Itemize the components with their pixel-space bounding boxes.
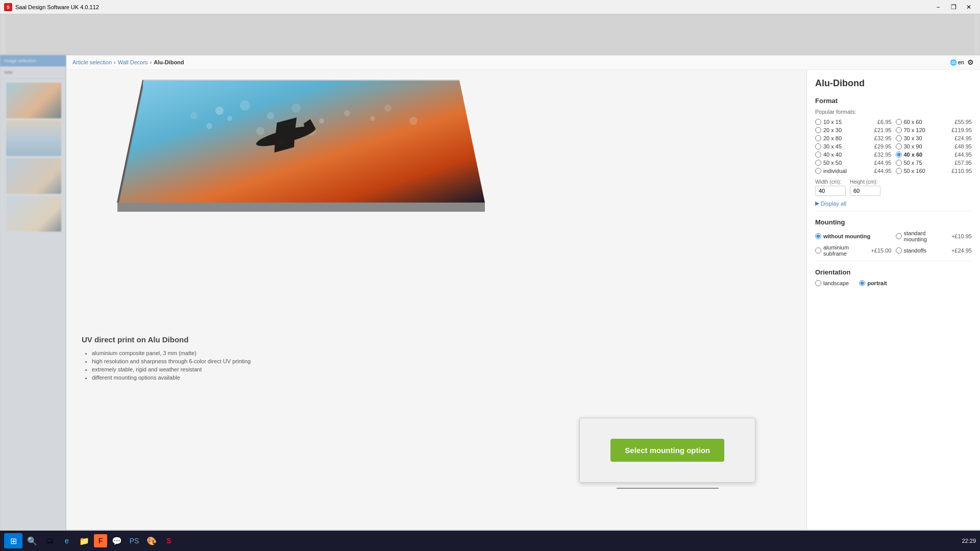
mounting-radio-standoffs[interactable] [896, 247, 902, 254]
format-section: Format Popular formats: 10 x 15 £6.95 [815, 97, 972, 207]
minimize-button[interactable]: − [931, 2, 945, 12]
globe-icon: 🌐 [950, 59, 957, 66]
divider-1 [815, 211, 972, 211]
sidebar-thumb-1[interactable] [6, 83, 61, 118]
format-label-individual: individual [823, 168, 872, 174]
restore-button[interactable]: ❐ [946, 2, 961, 12]
format-price-50x50: £44.95 [874, 160, 892, 166]
orientation-section-title: Orientation [815, 268, 972, 276]
taskbar-task-view-icon[interactable]: 🗂 [42, 533, 57, 548]
right-panel: Alu-Dibond Format Popular formats: 10 x … [806, 70, 980, 530]
mounting-without: without mounting [815, 230, 892, 242]
feature-item-3: extremely stable, rigid and weather resi… [92, 366, 791, 372]
feature-item-1: aluminium composite panel, 3 mm (matte) [92, 350, 791, 356]
format-radio-10x15[interactable] [815, 119, 821, 125]
format-row-30x90: 30 x 90 £48.95 [896, 142, 972, 151]
mounting-popup-container: Select mounting option [579, 418, 755, 489]
format-radio-50x50[interactable] [815, 160, 821, 166]
svg-point-14 [370, 116, 375, 121]
taskbar-app-icon-3[interactable]: PS [127, 533, 142, 548]
format-price-40x60: £44.95 [954, 152, 972, 158]
sidebar-label: Image selection [4, 58, 36, 63]
format-radio-30x45[interactable] [815, 143, 821, 149]
format-radio-individual[interactable] [815, 168, 821, 174]
format-price-30x90: £48.95 [954, 143, 972, 149]
format-label-10x15: 10 x 15 [823, 119, 875, 125]
orientation-options: landscape portrait [815, 280, 972, 286]
svg-marker-22 [117, 203, 485, 212]
breadcrumb-sep-2: › [150, 59, 152, 65]
format-price-50x160: £110.95 [951, 168, 972, 174]
feature-item-2: high resolution and sharpness through 6-… [92, 358, 791, 364]
mounting-standard: standard mounting +£10.95 [896, 230, 972, 242]
orientation-radio-portrait[interactable] [859, 280, 865, 286]
height-label: Height (cm): [850, 179, 880, 185]
display-all-link[interactable]: ▶ Display all [815, 200, 972, 207]
taskbar-app-icon-2[interactable]: 💬 [109, 533, 125, 548]
taskbar-explorer-icon[interactable]: 📁 [77, 533, 92, 548]
mounting-label-aluminium: aluminium subframe [823, 244, 869, 257]
settings-icon[interactable]: ⚙ [967, 58, 974, 66]
format-label-50x50: 50 x 50 [823, 160, 872, 166]
feature-item-4: different mounting options available [92, 374, 791, 381]
format-label-20x80: 20 x 80 [823, 135, 872, 141]
close-button[interactable]: ✕ [962, 2, 976, 12]
taskbar-app-icon-1[interactable]: F [94, 534, 107, 547]
taskbar-search-icon[interactable]: 🔍 [24, 533, 40, 548]
format-radio-60x60[interactable] [896, 119, 902, 125]
svg-point-16 [409, 117, 418, 125]
sidebar-thumb-4[interactable] [6, 196, 61, 232]
format-row-30x30: 30 x 30 £24.95 [896, 134, 972, 142]
format-radio-40x60[interactable] [896, 152, 902, 158]
taskbar-app-icon-4[interactable]: 🎨 [144, 533, 159, 548]
format-price-70x120: £119.95 [951, 127, 972, 133]
product-area: UV direct print on Alu Dibond aluminium … [66, 70, 980, 530]
sidebar-thumb-3[interactable] [6, 158, 61, 194]
mounting-radio-aluminium[interactable] [815, 247, 821, 254]
format-radio-50x160[interactable] [896, 168, 902, 174]
format-radio-40x40[interactable] [815, 152, 821, 158]
sidebar-item-wiki[interactable]: Wiki [0, 67, 66, 79]
svg-point-6 [267, 112, 274, 119]
orientation-radio-landscape[interactable] [815, 280, 821, 286]
format-radio-30x90[interactable] [896, 143, 902, 149]
taskbar-time: 22:29 [962, 538, 976, 544]
format-label-40x60: 40 x 60 [904, 152, 953, 158]
start-button[interactable]: ⊞ [4, 533, 22, 548]
svg-point-9 [256, 127, 264, 135]
sidebar-label: Wiki [4, 70, 13, 75]
format-row-50x50: 50 x 50 £44.95 [815, 159, 892, 167]
format-radio-70x120[interactable] [896, 127, 902, 133]
description-title: UV direct print on Alu Dibond [82, 335, 791, 344]
language-selector[interactable]: 🌐 en [950, 59, 964, 66]
sidebar-thumb-2[interactable] [6, 120, 61, 156]
format-label-50x160: 50 x 160 [904, 168, 950, 174]
mounting-radio-without[interactable] [815, 233, 821, 239]
sidebar-item-image-selection[interactable]: Image selection [0, 55, 66, 67]
format-radio-20x30[interactable] [815, 127, 821, 133]
panel-icons: 🌐 en ⚙ [950, 58, 974, 66]
mounting-section: Mounting without mounting standard mount… [815, 218, 972, 257]
sidebar: Image selection Wiki [0, 55, 66, 551]
height-input[interactable] [850, 186, 880, 196]
svg-marker-1 [117, 80, 485, 203]
mounting-radio-standard[interactable] [896, 233, 902, 239]
orientation-portrait: portrait [859, 280, 887, 286]
product-title: Alu-Dibond [815, 78, 972, 89]
taskbar-edge-icon[interactable]: e [59, 533, 75, 548]
format-radio-30x30[interactable] [896, 135, 902, 141]
width-input[interactable] [815, 186, 846, 196]
format-row-20x30: 20 x 30 £21.95 [815, 126, 892, 134]
svg-point-4 [240, 101, 250, 111]
taskbar-app-icon-5[interactable]: S [161, 533, 177, 548]
dimension-inputs: Width (cm): Height (cm): [815, 179, 972, 196]
format-radio-20x80[interactable] [815, 135, 821, 141]
breadcrumb-article-selection[interactable]: Article selection [72, 59, 112, 65]
format-price-20x80: £32.95 [874, 135, 892, 141]
format-row-40x40: 40 x 40 £32.95 [815, 151, 892, 159]
format-row-50x160: 50 x 160 £110.95 [896, 167, 972, 175]
format-row-10x15: 10 x 15 £6.95 [815, 118, 892, 126]
format-radio-50x75[interactable] [896, 160, 902, 166]
select-mounting-option-button[interactable]: Select mounting option [610, 439, 724, 462]
breadcrumb-wall-decors[interactable]: Wall Decors [118, 59, 148, 65]
